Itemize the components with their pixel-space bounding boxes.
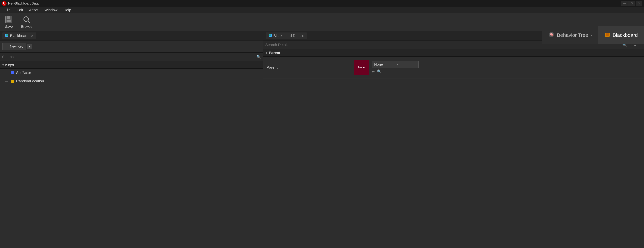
blackboard-panel-tab-close[interactable]: ✕ (31, 34, 33, 38)
parent-row: Parent None None ▾ ↩ 🔍 (263, 57, 644, 79)
save-label: Save (5, 25, 13, 29)
svg-rect-17 (269, 34, 271, 36)
menu-asset[interactable]: Asset (26, 7, 41, 13)
svg-text:U: U (3, 2, 5, 5)
window-controls: — □ ✕ (621, 1, 642, 6)
menu-edit[interactable]: Edit (14, 7, 26, 13)
key-name-selfactor: SelfActor (16, 71, 31, 75)
minimize-button[interactable]: — (621, 1, 628, 6)
blackboard-tab-label: Blackboard (613, 32, 638, 38)
menu-help[interactable]: Help (60, 7, 74, 13)
menu-bar: File Edit Asset Window Help (0, 7, 644, 13)
search-icon: 🔍 (256, 55, 261, 59)
keys-section-label: Keys (5, 63, 14, 67)
menu-window[interactable]: Window (41, 7, 60, 13)
search-input[interactable] (2, 55, 256, 59)
new-key-dropdown-button[interactable]: ▾ (27, 44, 32, 49)
parent-action-icons: ↩ 🔍 (372, 69, 418, 74)
key-name-randomlocation: RandomLocation (16, 79, 44, 83)
blackboard-panel-tab-icon (5, 33, 9, 38)
new-key-label: New Key (10, 44, 23, 48)
behavior-tree-tab[interactable]: 🧠 Behavior Tree › (542, 26, 598, 44)
left-panel-tab-bar: Blackboard ✕ (0, 31, 263, 40)
svg-rect-15 (7, 45, 7, 47)
list-item[interactable]: — RandomLocation (0, 77, 263, 85)
menu-file[interactable]: File (2, 7, 14, 13)
parent-dropdown-area: None ▾ ↩ 🔍 (372, 61, 418, 74)
behavior-tree-tab-label: Behavior Tree (557, 32, 588, 38)
blackboard-details-tab-icon (268, 33, 272, 38)
keys-section: ▾ Keys — SelfActor — RandomLocation (0, 61, 263, 248)
parent-dropdown-value: None (374, 62, 383, 67)
parent-browse-icon[interactable]: 🔍 (377, 69, 382, 74)
svg-rect-5 (7, 20, 10, 22)
parent-value-area: None None ▾ ↩ 🔍 (354, 60, 418, 75)
parent-section-label: Parent (269, 51, 280, 55)
maximize-button[interactable]: □ (628, 1, 635, 6)
behavior-tree-tab-icon: 🧠 (548, 32, 554, 39)
parent-thumbnail: None (354, 60, 369, 75)
browse-icon (22, 15, 31, 24)
main-area: Blackboard ✕ New Key ▾ 🔍 (0, 31, 644, 248)
blackboard-tab-icon (604, 32, 610, 39)
parent-dropdown[interactable]: None ▾ (372, 61, 418, 68)
title-bar: U NewBlackboardData — □ ✕ (0, 0, 644, 7)
key-dash: — (5, 71, 8, 75)
parent-section-header: ▾ Parent (263, 49, 644, 57)
right-panel: Blackboard Details 🔍 ⊞ ⚙ ⋯ ▾ Parent Pare… (263, 31, 644, 248)
svg-text:🧠: 🧠 (550, 33, 554, 36)
save-icon (5, 15, 13, 24)
blackboard-panel-tab-label: Blackboard (10, 34, 28, 38)
close-button[interactable]: ✕ (636, 1, 642, 6)
parent-reset-icon[interactable]: ↩ (372, 69, 375, 74)
svg-rect-11 (606, 33, 609, 36)
key-dash: — (5, 79, 8, 83)
browse-button[interactable]: Browse (19, 14, 34, 30)
svg-line-7 (28, 21, 30, 23)
blackboard-tab[interactable]: Blackboard (598, 26, 644, 44)
tab-arrow-icon: › (590, 33, 592, 38)
new-key-toolbar: New Key ▾ (0, 40, 263, 53)
keys-section-header: ▾ Keys (0, 61, 263, 69)
parent-field-label: Parent (267, 65, 350, 70)
keys-header-arrow-icon: ▾ (2, 63, 4, 67)
svg-rect-13 (6, 34, 8, 36)
new-key-button[interactable]: New Key (2, 43, 26, 50)
parent-thumbnail-label: None (358, 66, 364, 69)
left-panel: Blackboard ✕ New Key ▾ 🔍 (0, 31, 263, 248)
window-title: NewBlackboardData (8, 1, 621, 5)
list-item[interactable]: — SelfActor (0, 69, 263, 77)
blackboard-details-tab-label: Blackboard Details (273, 34, 304, 38)
top-right-tabs: 🧠 Behavior Tree › Blackboard (542, 13, 644, 44)
blackboard-details-tab[interactable]: Blackboard Details (266, 32, 307, 39)
toolbar: Save Browse 🧠 Behavior Tree › (0, 13, 644, 31)
svg-rect-3 (7, 16, 10, 19)
save-button[interactable]: Save (3, 14, 15, 30)
key-color-dot-randomlocation (11, 80, 14, 83)
parent-section-arrow-icon: ▾ (266, 51, 267, 55)
search-bar: 🔍 (0, 53, 263, 61)
dropdown-arrow-icon: ▾ (396, 63, 398, 66)
new-key-icon (5, 44, 9, 49)
app-icon: U (2, 1, 7, 6)
key-color-dot-selfactor (11, 71, 14, 74)
blackboard-panel-tab[interactable]: Blackboard ✕ (2, 32, 36, 39)
browse-label: Browse (21, 25, 32, 29)
